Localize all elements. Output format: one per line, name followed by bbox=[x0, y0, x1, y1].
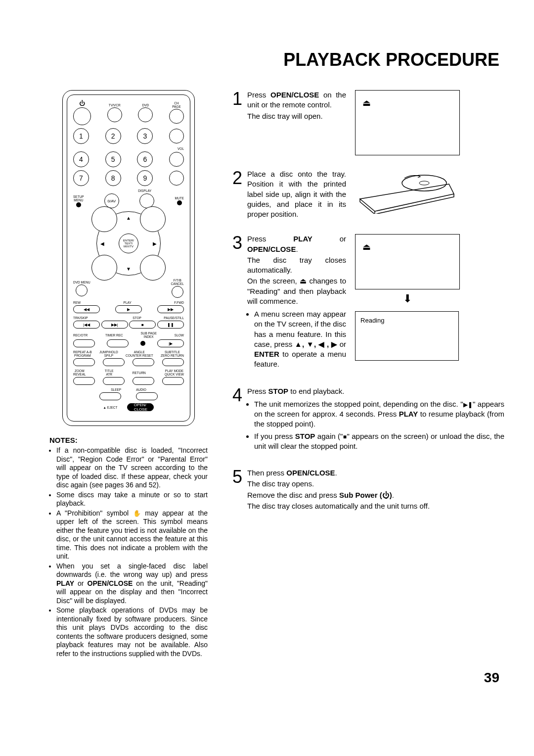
step-3: 3 Press PLAY or OPEN/CLOSE. The disc tra… bbox=[232, 234, 504, 372]
screen-illustration-reading: Reading bbox=[355, 311, 459, 361]
step-number: 2 bbox=[232, 169, 242, 220]
arrow-down-icon: ⬇ bbox=[355, 292, 460, 305]
svg-point-1 bbox=[419, 181, 429, 185]
svg-point-0 bbox=[402, 175, 446, 191]
note-item: If a non-compatible disc is loaded, "Inc… bbox=[56, 446, 208, 490]
step-number: 3 bbox=[232, 234, 242, 372]
note-item: Some discs may take a minute or so to st… bbox=[56, 491, 208, 508]
screen-illustration-eject: ⏏ bbox=[355, 234, 460, 289]
step-1: 1 Press OPEN/CLOSE on the unit or the re… bbox=[232, 90, 504, 155]
disc-tray-illustration bbox=[355, 169, 459, 216]
step-4: 4 Press STOP to end playback. The unit m… bbox=[232, 386, 504, 455]
note-item: A "Prohibition" symbol ✋ may appear at t… bbox=[56, 509, 208, 561]
step-5: 5 Then press OPEN/CLOSE. The disc tray o… bbox=[232, 468, 504, 512]
step-number: 4 bbox=[232, 386, 242, 455]
step-2: 2 Place a disc onto the tray. Position i… bbox=[232, 169, 504, 220]
screen-illustration-eject: ⏏ bbox=[355, 90, 460, 155]
page-number: 39 bbox=[49, 670, 504, 686]
notes-heading: NOTES: bbox=[49, 436, 208, 444]
note-item: Some playback operations of DVDs may be … bbox=[56, 606, 208, 658]
play-resume-icon: ▶❚ bbox=[463, 401, 473, 408]
eject-icon: ⏏ bbox=[362, 241, 371, 252]
eject-icon: ⏏ bbox=[300, 277, 307, 285]
dpad: ENTER/ TEXT/ MIX/TV ▲ ▼ ◀ ▶ bbox=[96, 211, 161, 276]
eject-icon: ⏏ bbox=[362, 97, 371, 108]
step-number: 1 bbox=[232, 90, 242, 155]
note-item: When you set a single-faced disc label d… bbox=[56, 562, 208, 606]
step-number: 5 bbox=[232, 468, 242, 512]
notes-section: NOTES: If a non-compatible disc is loade… bbox=[49, 436, 208, 658]
prohibition-icon: ✋ bbox=[133, 510, 141, 518]
power-icon: ⏻ bbox=[382, 491, 390, 499]
page-title: PLAYBACK PROCEDURE bbox=[49, 49, 504, 70]
remote-illustration: ⏻ TV/VCR DVD CH PAGE 1 2 3 VOL 4 5 bbox=[62, 90, 195, 426]
